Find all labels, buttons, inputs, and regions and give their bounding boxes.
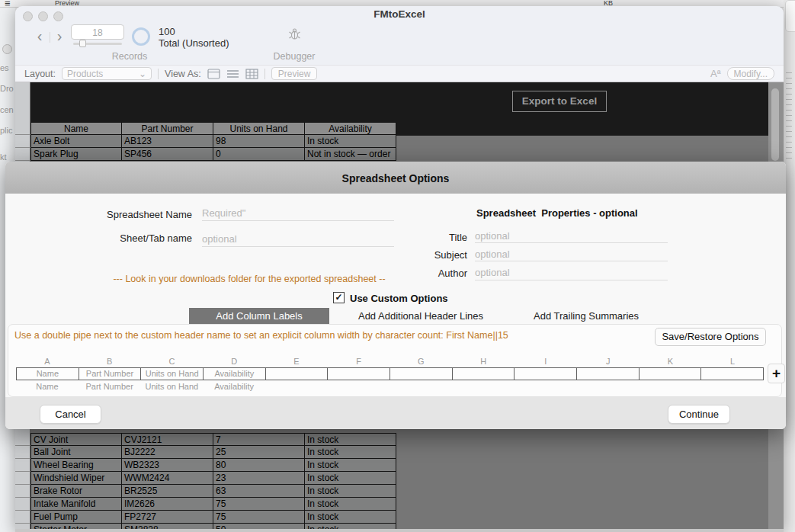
custom-header-cell[interactable]: Units on Hand <box>140 367 204 380</box>
add-column-button[interactable]: + <box>768 364 785 383</box>
preview-button[interactable]: Preview <box>271 67 318 80</box>
view-as-list-icon[interactable] <box>226 69 239 79</box>
table-header-cell: Part Number <box>122 122 213 135</box>
window-bottom-edge <box>15 529 784 532</box>
layout-bar: Layout: Products ⌄ View As: Preview Aª M… <box>15 65 784 82</box>
sheet-tab-name-input[interactable] <box>202 232 394 247</box>
continue-button[interactable]: Continue <box>668 405 730 424</box>
custom-header-cell[interactable] <box>389 367 453 380</box>
use-custom-options-checkbox[interactable]: ✓ <box>333 292 345 303</box>
dialog-footer: Cancel Continue <box>5 397 786 429</box>
cell-availability: In stock <box>305 511 396 524</box>
next-record-button[interactable]: › <box>52 30 67 45</box>
table-top-rows: Axle Bolt AB123 98 In stock Spark Plug S… <box>30 135 398 161</box>
spreadsheet-properties-heading: Spreadsheet Properties - optional <box>476 207 638 219</box>
products-table-bottom: CV Joint CVJ2121 7 In stock Ball Joint B… <box>30 433 398 532</box>
modify-button[interactable]: Modify... <box>727 67 774 80</box>
custom-header-cell[interactable] <box>576 367 640 380</box>
cancel-button[interactable]: Cancel <box>40 405 101 424</box>
table-row[interactable]: Brake Rotor BR2525 63 In stock <box>30 485 398 498</box>
subject-input[interactable] <box>475 247 668 261</box>
field-mapping-label <box>701 382 764 391</box>
chevron-down-icon: ⌄ <box>139 69 146 79</box>
custom-header-cell[interactable] <box>327 367 390 380</box>
save-restore-options-button[interactable]: Save/Restore Options <box>655 328 766 346</box>
custom-header-cell[interactable] <box>265 367 329 380</box>
found-count-label: Total (Unsorted) <box>159 37 229 49</box>
column-letter: C <box>141 357 204 366</box>
previous-record-button[interactable]: ‹ <box>32 30 47 45</box>
cell-availability: Not in stock — order <box>305 148 396 161</box>
layout-selector-value: Products <box>67 69 103 79</box>
table-row[interactable]: Axle Bolt AB123 98 In stock <box>30 135 398 148</box>
use-custom-options-label: Use Custom Options <box>350 293 448 304</box>
found-count: 100 <box>159 26 175 37</box>
sidebar-fragment: Dro <box>0 84 14 93</box>
custom-header-cell[interactable]: Part Number <box>79 367 142 380</box>
cell-availability: In stock <box>305 498 396 511</box>
column-letter: L <box>701 357 764 366</box>
products-table-top: Name Part Number Units on Hand Availabil… <box>30 122 398 161</box>
found-set-pie-icon[interactable] <box>132 27 150 46</box>
table-row[interactable]: Ball Joint BJ2222 25 In stock <box>30 446 398 459</box>
tab-add-trailing-summaries[interactable]: Add Trailing Summaries <box>510 308 662 324</box>
cell-part-number: AB123 <box>122 135 213 148</box>
custom-header-cell[interactable] <box>700 367 764 380</box>
spreadsheet-name-input[interactable] <box>202 206 394 221</box>
cell-units-on-hand: 23 <box>213 472 305 485</box>
field-mapping-label: Availability <box>203 382 265 391</box>
table-row[interactable]: Intake Manifold IM2626 75 In stock <box>30 498 398 511</box>
title-input[interactable] <box>475 229 668 243</box>
scrollbar-thumb[interactable] <box>771 88 779 161</box>
column-letter: H <box>452 357 515 366</box>
debugger-bug-icon[interactable] <box>288 27 301 40</box>
view-as-form-icon[interactable] <box>207 69 220 79</box>
cell-name: Windshield Wiper <box>30 472 122 485</box>
layout-selector[interactable]: Products ⌄ <box>62 67 152 80</box>
author-input[interactable] <box>475 265 668 280</box>
table-row[interactable]: Spark Plug SP456 0 Not in stock — order <box>30 148 398 161</box>
cell-availability: In stock <box>305 433 396 446</box>
table-header-cell: Availability <box>305 122 396 135</box>
tab-add-additional-header-lines[interactable]: Add Additional Header Lines <box>333 308 508 324</box>
custom-header-cell[interactable] <box>514 367 577 380</box>
cell-part-number: WWM2424 <box>122 472 213 485</box>
current-record-input[interactable]: 18 <box>71 24 124 40</box>
author-label: Author <box>402 268 467 279</box>
view-as-table-icon[interactable] <box>245 69 258 79</box>
export-to-excel-button[interactable]: Export to Excel <box>512 91 607 112</box>
records-group-label: Records <box>61 51 198 62</box>
sidebar-fragment: cen <box>0 105 14 114</box>
cell-name: Spark Plug <box>30 148 122 161</box>
cell-part-number: BJ2222 <box>122 446 213 459</box>
record-slider-thumb[interactable] <box>79 40 86 47</box>
column-letter: J <box>577 357 640 366</box>
field-mapping-label <box>390 382 453 391</box>
table-header-cell: Name <box>30 122 122 135</box>
custom-header-cell[interactable]: Name <box>16 367 79 380</box>
tab-add-column-labels[interactable]: Add Column Labels <box>189 308 329 324</box>
cell-part-number: IM2626 <box>122 498 213 511</box>
background-circle-icon <box>2 44 12 54</box>
formatting-bar-icon[interactable]: Aª <box>710 68 720 79</box>
table-row[interactable]: CV Joint CVJ2121 7 In stock <box>30 433 398 446</box>
table-row[interactable]: Wheel Bearing WB2323 80 In stock <box>30 459 398 472</box>
dialog-title: Spreadsheet Options <box>5 162 786 195</box>
divider <box>264 69 265 79</box>
column-letter: K <box>640 357 702 366</box>
subject-label: Subject <box>402 249 467 261</box>
custom-header-cell[interactable] <box>452 367 515 380</box>
cell-name: Fuel Pump <box>30 511 122 524</box>
title-label: Title <box>402 232 467 243</box>
table-row[interactable]: Fuel Pump FP2727 75 In stock <box>30 511 398 524</box>
column-letters-row: A B C D E F G H I J K L <box>16 357 764 366</box>
table-row[interactable]: Windshield Wiper WWM2424 23 In stock <box>30 472 398 485</box>
field-mapping-row: Name Part Number Units on Hand Availabil… <box>16 382 764 391</box>
custom-header-grid: Name Part Number Units on Hand Availabil… <box>16 367 764 380</box>
field-mapping-label <box>452 382 515 391</box>
cell-units-on-hand: 75 <box>213 511 305 524</box>
custom-header-cell[interactable]: Availability <box>203 367 266 380</box>
divider <box>50 32 50 43</box>
custom-header-cell[interactable] <box>639 367 702 380</box>
field-mapping-label: Part Number <box>79 382 141 391</box>
